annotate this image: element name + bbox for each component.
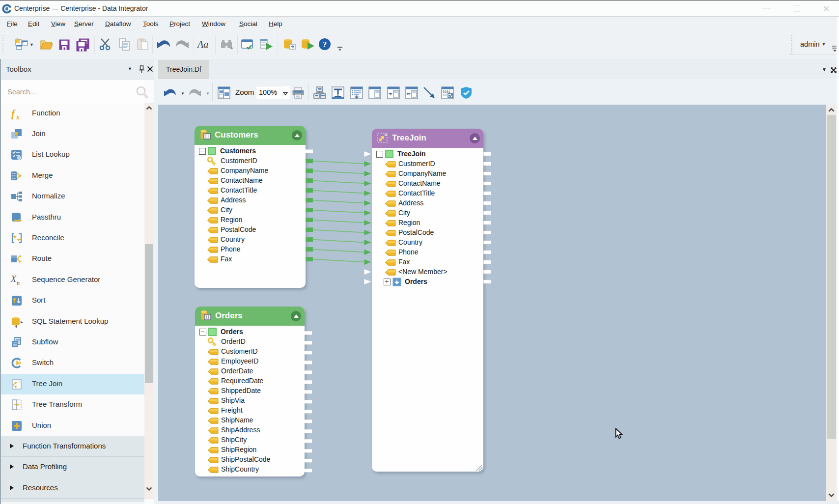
svg-text:10: 10 — [443, 94, 447, 97]
svg-text:x: x — [16, 113, 20, 120]
svg-text:?: ? — [323, 40, 327, 49]
svg-text:f: f — [11, 108, 16, 119]
svg-text:X: X — [10, 274, 17, 284]
svg-text:n: n — [17, 280, 20, 286]
